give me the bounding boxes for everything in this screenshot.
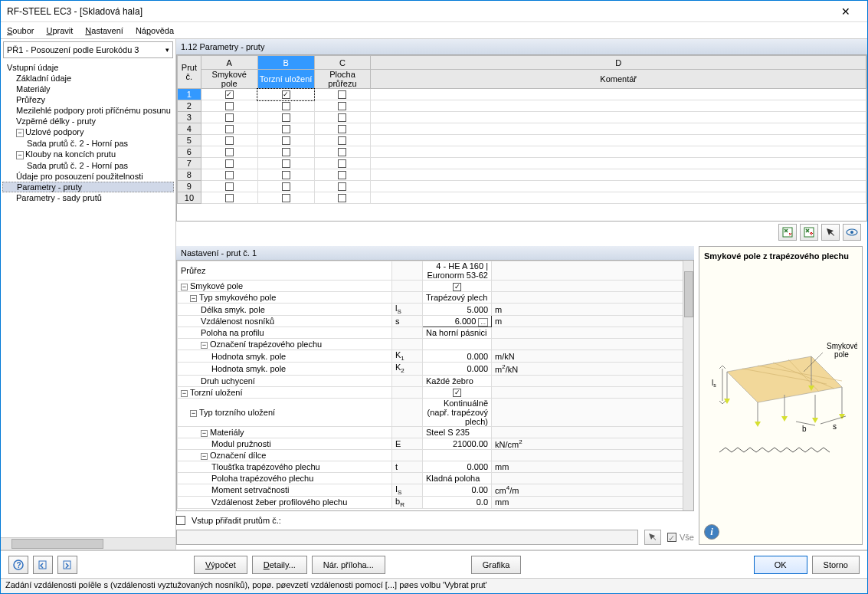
cell-area[interactable] (314, 135, 371, 146)
settings-value[interactable]: Steel S 235 (423, 426, 492, 438)
settings-row[interactable]: −Typ torzního uloženíKontinuálně (např. … (178, 398, 693, 426)
cell-torsion[interactable] (257, 135, 314, 146)
cell-area[interactable] (314, 146, 371, 158)
row-number[interactable]: 7 (178, 158, 201, 169)
excel-export-icon[interactable] (778, 224, 797, 241)
tree-item[interactable]: Sada prutů č. 2 - Horní pas (2, 138, 174, 149)
navigator-tree[interactable]: Vstupní údaje Základní údaje Materiály P… (1, 61, 175, 537)
horizontal-scrollbar[interactable] (1, 537, 175, 550)
cell-shear-panel[interactable] (201, 123, 257, 135)
checkbox-icon[interactable] (282, 90, 290, 99)
cell-shear-panel[interactable] (201, 112, 257, 123)
vertical-scrollbar[interactable] (683, 261, 693, 510)
table-row[interactable]: 6 (178, 146, 866, 158)
cell-comment[interactable] (371, 146, 866, 158)
cell-shear-panel[interactable] (201, 89, 257, 100)
cell-comment[interactable] (371, 158, 866, 169)
cell-area[interactable] (314, 123, 371, 135)
checkbox-icon[interactable] (338, 171, 346, 179)
settings-row[interactable]: Délka smyk. polelS5.000m (178, 304, 693, 316)
menu-file[interactable]: Soubor (5, 26, 35, 35)
checkbox-icon[interactable] (338, 159, 346, 168)
settings-value[interactable]: 0.0 (423, 496, 492, 508)
checkbox-icon[interactable] (338, 102, 346, 110)
checkbox-icon[interactable] (338, 136, 346, 145)
checkbox-icon[interactable] (282, 125, 290, 133)
cell-torsion[interactable] (257, 158, 314, 169)
checkbox-icon[interactable] (282, 194, 290, 202)
settings-value[interactable]: 5.000 (423, 304, 492, 316)
checkbox-icon[interactable] (338, 125, 346, 133)
cell-comment[interactable] (371, 169, 866, 181)
members-grid[interactable]: Prut č. A B C D Smykové pole Torzní ulož… (176, 54, 867, 222)
cell-torsion[interactable] (257, 112, 314, 123)
checkbox-icon[interactable] (225, 136, 234, 145)
back-icon[interactable] (33, 556, 53, 574)
settings-value[interactable] (423, 281, 492, 292)
collapse-icon[interactable]: − (16, 151, 24, 159)
cell-shear-panel[interactable] (201, 146, 257, 158)
checkbox-icon[interactable] (338, 148, 346, 156)
cell-area[interactable] (314, 112, 371, 123)
col-header-b[interactable]: B (257, 56, 314, 70)
table-row[interactable]: 7 (178, 158, 866, 169)
checkbox-icon[interactable] (282, 171, 290, 179)
checkbox-icon[interactable] (225, 171, 234, 179)
details-button[interactable]: Detaily... (252, 556, 307, 574)
checkbox-icon[interactable] (453, 389, 461, 397)
case-selector[interactable]: PŘ1 - Posouzení podle Eurokódu 3 (3, 41, 173, 58)
cell-area[interactable] (314, 100, 371, 112)
pick-member-icon[interactable] (821, 224, 840, 241)
settings-row[interactable]: −Typ smykového poleTrapézový plech (178, 292, 693, 304)
settings-row[interactable]: Druh uchyceníKaždé žebro (178, 375, 693, 386)
row-number[interactable]: 9 (178, 181, 201, 192)
tree-item[interactable]: Vzpěrné délky - pruty (2, 116, 174, 126)
cancel-button[interactable]: Storno (812, 556, 860, 574)
ellipsis-icon[interactable]: ... (478, 318, 488, 327)
row-number[interactable]: 6 (178, 146, 201, 158)
settings-value[interactable]: 21000.00 (423, 438, 492, 449)
menu-settings[interactable]: Nastavení (84, 26, 125, 35)
checkbox-icon[interactable] (225, 159, 234, 168)
checkbox-icon[interactable] (282, 182, 290, 191)
checkbox-icon[interactable] (338, 194, 346, 202)
settings-value[interactable]: 6.000 ... (423, 316, 492, 327)
tree-item[interactable]: Údaje pro posouzení použitelnosti (2, 171, 174, 182)
cell-comment[interactable] (371, 181, 866, 192)
col-subheader-a[interactable]: Smykové pole (201, 70, 257, 89)
collapse-icon[interactable]: − (190, 410, 197, 417)
table-row[interactable]: 1 (178, 89, 866, 100)
settings-row[interactable]: Hodnota smyk. poleK20.000m2/kN (178, 363, 693, 375)
settings-row[interactable]: Vzdálenost nosníkůs6.000 ...m (178, 316, 693, 327)
settings-row[interactable]: Modul pružnostiE21000.00kN/cm2 (178, 438, 693, 449)
checkbox-icon[interactable] (225, 148, 234, 156)
checkbox-icon[interactable] (225, 113, 234, 122)
settings-row[interactable]: Poloha trapézového plechuKladná poloha (178, 472, 693, 484)
checkbox-icon[interactable] (282, 159, 290, 168)
help-icon[interactable]: ? (8, 556, 28, 574)
settings-value[interactable]: 0.000 (423, 461, 492, 472)
cell-comment[interactable] (371, 192, 866, 204)
settings-value[interactable]: Každé žebro (423, 375, 492, 386)
assign-all[interactable]: ✓ Vše (667, 533, 694, 542)
checkbox-icon[interactable] (225, 194, 234, 202)
calculate-button[interactable]: Výpočet (194, 556, 247, 574)
cell-comment[interactable] (371, 112, 866, 123)
settings-value[interactable]: Kladná poloha (423, 472, 492, 484)
collapse-icon[interactable]: − (190, 295, 197, 302)
close-icon[interactable]: ✕ (830, 2, 861, 21)
collapse-icon[interactable]: − (16, 129, 24, 137)
table-row[interactable]: 10 (178, 192, 866, 204)
view-icon[interactable] (843, 224, 861, 241)
pick-icon[interactable] (644, 530, 661, 545)
settings-value[interactable]: Kontinuálně (např. trapézový plech) (423, 398, 492, 426)
table-row[interactable]: 5 (178, 135, 866, 146)
menu-edit[interactable]: Upravit (44, 26, 74, 35)
cell-shear-panel[interactable] (201, 181, 257, 192)
settings-row[interactable]: Vzdálenost žeber profilového plechubR0.0… (178, 496, 693, 508)
cell-torsion[interactable] (257, 100, 314, 112)
row-number[interactable]: 2 (178, 100, 201, 112)
cell-shear-panel[interactable] (201, 158, 257, 169)
tree-item-hinges[interactable]: −Klouby na koncích prutu (2, 149, 174, 160)
checkbox-icon[interactable] (282, 136, 290, 145)
